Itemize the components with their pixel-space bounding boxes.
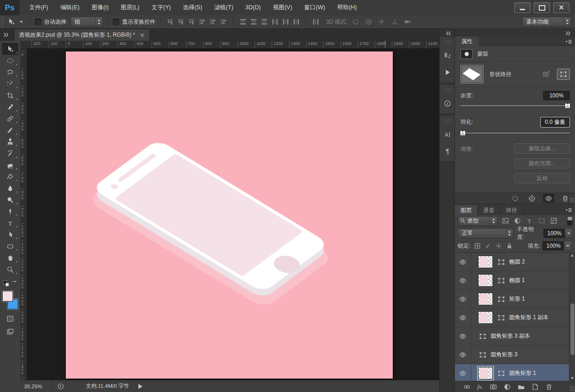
healing-brush-tool[interactable] — [2, 113, 18, 124]
filter-toggle-switch[interactable] — [567, 216, 573, 225]
shape-tool[interactable] — [2, 240, 18, 252]
canvas[interactable] — [66, 51, 393, 379]
marquee-tool[interactable] — [2, 55, 18, 66]
layer-thumbnail[interactable] — [478, 293, 493, 305]
paint-bucket-tool[interactable] — [2, 171, 18, 182]
swap-colors-icon[interactable] — [11, 280, 18, 287]
align-top-button[interactable] — [165, 17, 175, 26]
options-bar-grip[interactable] — [1, 17, 4, 27]
3d-rotate-icon[interactable] — [351, 17, 360, 26]
eraser-tool[interactable] — [2, 159, 18, 171]
minimize-button[interactable] — [514, 2, 530, 13]
layer-visibility-toggle[interactable] — [455, 364, 471, 381]
filter-pixel-layers-icon[interactable] — [501, 217, 510, 225]
3d-slide-icon[interactable] — [390, 17, 399, 26]
align-vertical-center-button[interactable] — [176, 17, 185, 26]
new-layer-icon[interactable] — [531, 383, 539, 391]
layer-row-5[interactable]: 圆角矩形 3 — [455, 346, 575, 364]
magic-wand-tool[interactable] — [2, 78, 18, 90]
opacity-dropdown-icon[interactable] — [565, 228, 573, 238]
dodge-tool[interactable] — [2, 194, 18, 206]
layer-visibility-toggle[interactable] — [455, 327, 471, 345]
density-slider[interactable] — [460, 103, 570, 109]
layer-row-1[interactable]: 椭圆 1 — [455, 271, 575, 290]
crop-tool[interactable] — [2, 90, 18, 101]
align-left-button[interactable] — [197, 17, 207, 26]
filter-type-layers-icon[interactable]: T — [525, 217, 534, 225]
filter-shape-layers-icon[interactable] — [537, 217, 546, 225]
info-panel-icon[interactable] — [442, 99, 453, 108]
menu-item-4[interactable]: 文字(Y) — [146, 0, 177, 15]
document-viewport[interactable] — [27, 48, 439, 380]
layer-style-icon[interactable]: fx. — [477, 384, 483, 390]
menu-item-3[interactable]: 图层(L) — [115, 0, 145, 15]
layer-visibility-toggle[interactable] — [455, 290, 471, 308]
lock-position-icon[interactable] — [495, 243, 502, 250]
auto-select-checkbox[interactable] — [35, 19, 41, 25]
workspace-dropdown[interactable]: 基本功能 — [522, 17, 571, 27]
menu-item-0[interactable]: 文件(F) — [23, 0, 54, 15]
vector-mask-button[interactable] — [557, 69, 570, 80]
panel-menu-icon[interactable] — [565, 38, 572, 45]
invert-button[interactable]: 反相 — [514, 173, 570, 183]
layer-thumbnail[interactable] — [478, 367, 493, 379]
layer-thumbnail[interactable] — [478, 274, 493, 287]
blur-tool[interactable] — [2, 182, 18, 194]
mask-visibility-icon[interactable] — [543, 194, 554, 203]
add-pixel-mask-button[interactable] — [541, 70, 551, 79]
menu-item-8[interactable]: 视图(V) — [267, 0, 298, 15]
filter-adjustment-layers-icon[interactable] — [513, 217, 522, 225]
lock-transparency-icon[interactable] — [474, 243, 481, 250]
lasso-tool[interactable] — [2, 66, 18, 78]
lock-all-icon[interactable] — [506, 243, 513, 250]
opacity-control[interactable]: 100% — [543, 228, 573, 238]
layer-list-scrollbar[interactable] — [569, 253, 575, 381]
scroll-up-icon[interactable] — [571, 254, 574, 257]
align-right-button[interactable] — [218, 17, 228, 26]
delete-mask-icon[interactable] — [560, 194, 571, 203]
panel-resize-grip[interactable] — [570, 198, 575, 203]
filter-smart-objects-icon[interactable] — [549, 217, 558, 225]
new-group-icon[interactable] — [518, 383, 525, 391]
menu-item-10[interactable]: 帮助(H) — [331, 0, 363, 15]
tool-preset-chevron-icon[interactable] — [18, 18, 25, 26]
distribute-right-button[interactable] — [291, 17, 301, 26]
add-layer-mask-icon[interactable] — [490, 383, 497, 391]
pen-tool[interactable] — [2, 206, 18, 217]
auto-select-dropdown[interactable]: 组 — [70, 17, 103, 27]
distribute-horizontal-center-button[interactable] — [281, 17, 290, 26]
panel-resize-grip[interactable] — [570, 386, 575, 391]
history-panel-icon[interactable] — [442, 51, 453, 60]
layer-row-0[interactable]: 椭圆 2 — [455, 253, 575, 271]
tab-close-icon[interactable]: × — [140, 32, 145, 39]
character-panel-icon[interactable]: A — [442, 130, 453, 139]
menu-item-9[interactable]: 窗口(W) — [298, 0, 331, 15]
quick-mask-button[interactable] — [6, 315, 14, 322]
fill-dropdown-icon[interactable] — [564, 241, 572, 251]
layer-visibility-toggle[interactable] — [455, 271, 471, 289]
horizontal-ruler[interactable]: 2001000100200300400500600700800900100011… — [27, 41, 439, 49]
foreground-color-swatch[interactable] — [2, 291, 13, 302]
scrollbar-thumb[interactable] — [570, 303, 575, 356]
layer-thumbnail[interactable] — [478, 256, 493, 268]
panel-menu-icon[interactable] — [565, 206, 572, 214]
mask-edge-button[interactable]: 蒙版边缘... — [514, 143, 570, 154]
ruler-corner[interactable] — [20, 41, 27, 49]
layer-row-6[interactable]: 圆角矩形 1 — [455, 364, 575, 381]
brush-tool[interactable] — [2, 124, 18, 136]
opacity-value[interactable]: 100% — [543, 229, 565, 238]
layer-row-2[interactable]: 矩形 1 — [455, 290, 575, 308]
blend-mode-dropdown[interactable]: 正常 — [458, 228, 513, 238]
default-colors-icon[interactable] — [2, 280, 10, 287]
clone-stamp-tool[interactable] — [2, 136, 18, 148]
layer-thumbnail[interactable] — [478, 311, 493, 324]
distribute-top-button[interactable] — [238, 17, 248, 26]
filter-type-dropdown[interactable]: 类型 — [458, 216, 498, 226]
tools-collapse-chevrons-icon[interactable] — [2, 31, 10, 39]
3d-roll-icon[interactable] — [364, 17, 373, 26]
distribute-spacing-button[interactable] — [311, 17, 320, 26]
vertical-ruler[interactable]: 0100200300400500600700800900100011001200… — [20, 48, 27, 380]
tab-路径[interactable]: 路径 — [500, 205, 523, 215]
align-bottom-button[interactable] — [186, 17, 196, 26]
path-selection-tool[interactable] — [2, 229, 18, 240]
